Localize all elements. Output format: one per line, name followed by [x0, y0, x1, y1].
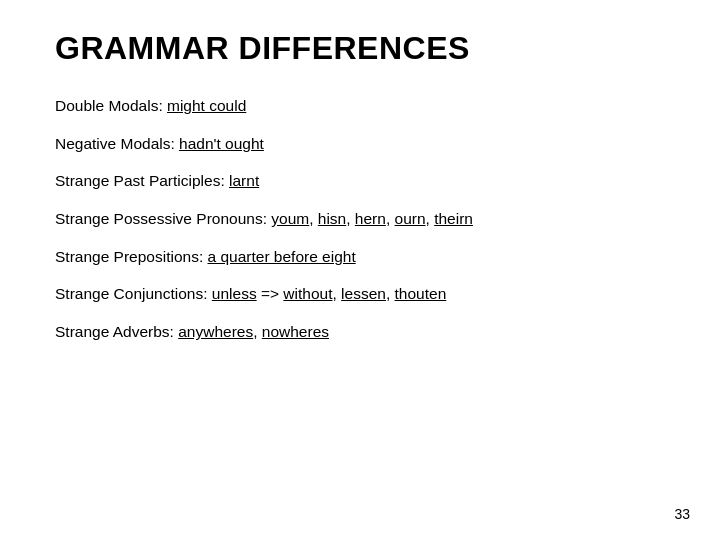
- item-prefix: Strange Conjunctions:: [55, 285, 212, 302]
- item-highlighted-anywheres: anywheres: [178, 323, 253, 340]
- item-highlighted-unless: unless: [212, 285, 257, 302]
- item-highlighted-thouten: thouten: [395, 285, 447, 302]
- item-highlighted-ourn: ourn: [395, 210, 426, 227]
- item-prefix: Negative Modals:: [55, 135, 179, 152]
- list-item-strange-conjunctions: Strange Conjunctions: unless => without,…: [55, 283, 665, 305]
- item-highlighted: hadn't ought: [179, 135, 264, 152]
- list-item-strange-possessive: Strange Possessive Pronouns: youm, hisn,…: [55, 208, 665, 230]
- item-highlighted-hern: hern: [355, 210, 386, 227]
- page-title: GRAMMAR DIFFERENCES: [55, 30, 665, 67]
- item-highlighted-lessen: lessen: [341, 285, 386, 302]
- item-prefix: Strange Adverbs:: [55, 323, 178, 340]
- item-highlighted-hisn: hisn: [318, 210, 346, 227]
- item-highlighted: might could: [167, 97, 246, 114]
- page-container: GRAMMAR DIFFERENCES Double Modals: might…: [0, 0, 720, 540]
- list-item-double-modals: Double Modals: might could: [55, 95, 665, 117]
- page-number: 33: [674, 506, 690, 522]
- item-prefix: Strange Possessive Pronouns:: [55, 210, 271, 227]
- item-highlighted-theirn: theirn: [434, 210, 473, 227]
- item-highlighted-nowheres: nowheres: [262, 323, 329, 340]
- list-item-negative-modals: Negative Modals: hadn't ought: [55, 133, 665, 155]
- item-highlighted-youm: youm: [271, 210, 309, 227]
- list-item-strange-prepositions: Strange Prepositions: a quarter before e…: [55, 246, 665, 268]
- item-highlighted-without: without: [283, 285, 332, 302]
- item-prefix: Double Modals:: [55, 97, 167, 114]
- list-item-strange-past: Strange Past Participles: larnt: [55, 170, 665, 192]
- content-list: Double Modals: might could Negative Moda…: [55, 95, 665, 343]
- item-highlighted: a quarter before eight: [208, 248, 356, 265]
- item-prefix: Strange Prepositions:: [55, 248, 208, 265]
- item-highlighted: larnt: [229, 172, 259, 189]
- item-prefix: Strange Past Participles:: [55, 172, 229, 189]
- list-item-strange-adverbs: Strange Adverbs: anywheres, nowheres: [55, 321, 665, 343]
